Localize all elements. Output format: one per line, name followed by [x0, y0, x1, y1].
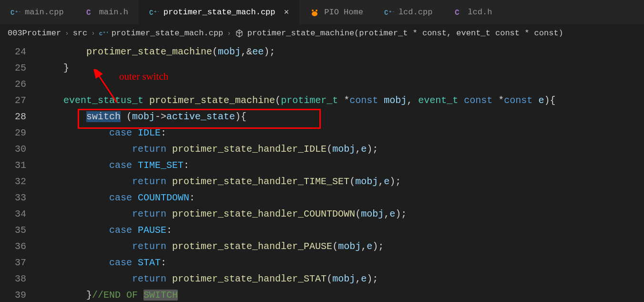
code-content: return protimer_state_handler_STAT(mobj,…	[41, 273, 378, 284]
code-line: 38 return protimer_state_handler_STAT(mo…	[0, 271, 644, 287]
code-line: 37 case STAT:	[0, 254, 644, 271]
svg-point-3	[312, 10, 314, 11]
cpp-icon: C⁺⁺	[10, 8, 20, 17]
cpp-icon: C⁺⁺	[99, 29, 108, 38]
line-number: 29	[0, 127, 41, 138]
tab-lcd-h[interactable]: C lcd.h	[443, 0, 502, 24]
tab-label: protimer_state_mach.cpp	[164, 8, 276, 17]
breadcrumb-file[interactable]: protimer_state_mach.cpp	[112, 29, 224, 38]
tab-pio-home[interactable]: PIO Home	[299, 0, 374, 24]
code-line: 39 }//END OF SWITCH	[0, 287, 644, 302]
svg-text:C⁺⁺: C⁺⁺	[149, 9, 159, 17]
chevron-right-icon: ›	[65, 30, 69, 37]
breadcrumb-project[interactable]: 003Protimer	[8, 29, 61, 38]
svg-point-4	[316, 10, 317, 11]
code-content: case IDLE:	[41, 127, 166, 138]
code-content: }//END OF SWITCH	[41, 290, 178, 301]
line-number: 28	[0, 111, 41, 122]
tab-protimer-state-mach-cpp[interactable]: C⁺⁺ protimer_state_mach.cpp ×	[139, 0, 299, 24]
code-content: case STAT:	[41, 257, 166, 268]
pio-icon	[310, 8, 319, 17]
cube-icon	[235, 29, 244, 38]
code-line: 34 return protimer_state_handler_COUNTDO…	[0, 206, 644, 222]
code-content: }	[41, 62, 69, 73]
code-line: 26	[0, 76, 644, 92]
code-content: case PAUSE:	[41, 225, 172, 236]
code-line: 36 return protimer_state_handler_PAUSE(m…	[0, 238, 644, 254]
line-number: 32	[0, 176, 41, 187]
code-line: 27 event_status_t protimer_state_machine…	[0, 92, 644, 108]
line-number: 24	[0, 46, 41, 57]
tab-label: lcd.cpp	[399, 8, 432, 17]
line-number: 27	[0, 95, 41, 106]
code-content: protimer_state_machine(mobj,&ee);	[41, 46, 275, 57]
close-icon[interactable]: ×	[284, 8, 289, 17]
tab-lcd-cpp[interactable]: C⁺⁺ lcd.cpp	[374, 0, 443, 24]
code-line: 29 case IDLE:	[0, 125, 644, 141]
line-number: 36	[0, 241, 41, 252]
h-icon: C	[453, 8, 463, 17]
breadcrumb-folder[interactable]: src	[73, 29, 88, 38]
svg-text:C: C	[455, 9, 460, 17]
chevron-right-icon: ›	[91, 30, 95, 37]
line-number: 26	[0, 79, 41, 90]
code-line: 33 case COUNTDOWN:	[0, 189, 644, 206]
tab-bar: C⁺⁺ main.cpp C main.h C⁺⁺ protimer_state…	[0, 0, 644, 25]
code-content: case TIME_SET:	[41, 160, 189, 171]
line-number: 34	[0, 208, 41, 219]
code-content: case COUNTDOWN:	[41, 192, 195, 203]
line-number: 33	[0, 192, 41, 203]
code-line: 31 case TIME_SET:	[0, 157, 644, 173]
line-number: 30	[0, 144, 41, 155]
tab-label: PIO Home	[324, 8, 363, 17]
line-number: 37	[0, 257, 41, 268]
tab-main-h[interactable]: C main.h	[74, 0, 139, 24]
cpp-icon: C⁺⁺	[384, 8, 394, 17]
line-number: 38	[0, 273, 41, 284]
line-number: 39	[0, 290, 41, 301]
code-content: event_status_t protimer_state_machine(pr…	[41, 95, 555, 106]
code-line: 32 return protimer_state_handler_TIME_SE…	[0, 173, 644, 189]
line-number: 35	[0, 225, 41, 236]
tab-label: main.cpp	[25, 8, 64, 17]
svg-text:C: C	[86, 9, 91, 17]
line-number: 31	[0, 160, 41, 171]
code-content: return protimer_state_handler_COUNTDOWN(…	[41, 208, 407, 219]
tab-label: main.h	[99, 8, 128, 17]
code-line: 24 protimer_state_machine(mobj,&ee);	[0, 43, 644, 60]
chevron-right-icon: ›	[227, 30, 231, 37]
line-number: 25	[0, 62, 41, 73]
code-content: switch (mobj->active_state){	[41, 111, 246, 122]
code-line: 35 case PAUSE:	[0, 222, 644, 238]
cpp-icon: C⁺⁺	[149, 8, 159, 17]
h-icon: C	[85, 8, 94, 17]
tab-label: lcd.h	[468, 8, 492, 17]
svg-point-5	[312, 11, 317, 16]
svg-text:C⁺⁺: C⁺⁺	[384, 9, 394, 17]
code-editor[interactable]: 24 protimer_state_machine(mobj,&ee); 25 …	[0, 42, 644, 302]
breadcrumb: 003Protimer › src › C⁺⁺ protimer_state_m…	[0, 25, 644, 42]
breadcrumb-symbol[interactable]: protimer_state_machine(protimer_t * cons…	[247, 29, 563, 38]
svg-text:C⁺⁺: C⁺⁺	[99, 30, 108, 37]
code-content: return protimer_state_handler_TIME_SET(m…	[41, 176, 401, 187]
code-line: 25 }	[0, 60, 644, 76]
code-content: return protimer_state_handler_IDLE(mobj,…	[41, 144, 378, 155]
svg-text:C⁺⁺: C⁺⁺	[10, 9, 20, 17]
code-line: 30 return protimer_state_handler_IDLE(mo…	[0, 141, 644, 157]
tab-main-cpp[interactable]: C⁺⁺ main.cpp	[0, 0, 74, 24]
code-content: return protimer_state_handler_PAUSE(mobj…	[41, 241, 384, 252]
code-line: 28 switch (mobj->active_state){	[0, 108, 644, 125]
